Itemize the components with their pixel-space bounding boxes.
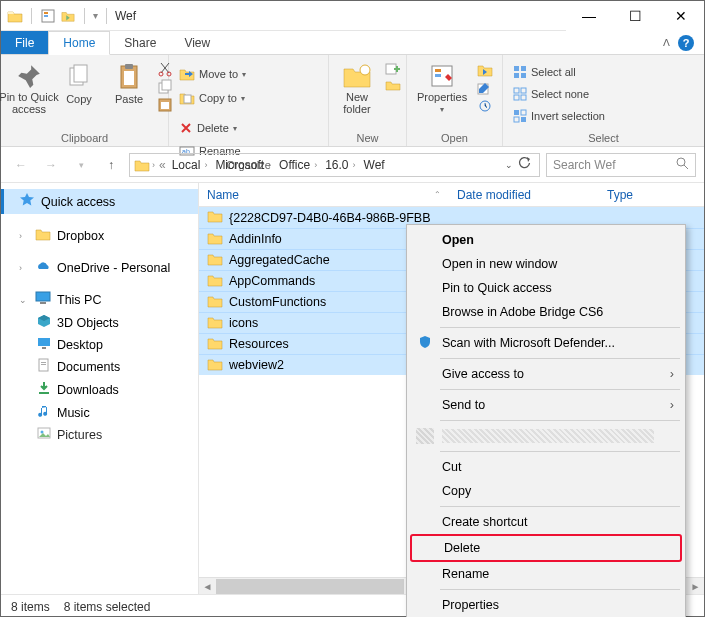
tab-file[interactable]: File	[1, 31, 48, 54]
nav-3d[interactable]: 3D Objects	[1, 311, 198, 334]
address-bar[interactable]: › « Local› Microsoft› Office› 16.0› Wef …	[129, 153, 540, 177]
nav-onedrive[interactable]: › OneDrive - Personal	[1, 257, 198, 278]
ctx-bridge[interactable]: Browse in Adobe Bridge CS6	[410, 300, 682, 324]
svg-rect-44	[39, 392, 49, 394]
svg-rect-37	[36, 292, 50, 301]
delete-label: Delete	[197, 122, 229, 134]
move-to-label: Move to	[199, 68, 238, 80]
folder-icon	[207, 357, 223, 374]
group-clipboard-label: Clipboard	[7, 132, 162, 146]
ctx-shortcut[interactable]: Create shortcut	[410, 510, 682, 534]
nav-quick-access[interactable]: Quick access	[1, 189, 198, 214]
qat-properties-icon[interactable]	[40, 8, 56, 24]
ctx-open[interactable]: Open	[410, 228, 682, 252]
group-open-label: Open	[413, 132, 496, 146]
col-date[interactable]: Date modified	[449, 188, 599, 202]
folder-icon	[207, 336, 223, 353]
crumb-wef[interactable]: Wef	[360, 158, 389, 172]
ribbon-tabs: File Home Share View ᐱ ?	[1, 31, 704, 55]
address-dropdown-icon[interactable]: ⌄	[505, 160, 513, 170]
ctx-separator	[440, 506, 680, 507]
close-button[interactable]: ✕	[658, 1, 704, 31]
maximize-button[interactable]: ☐	[612, 1, 658, 31]
crumb-microsoft[interactable]: Microsoft›	[211, 158, 275, 172]
nav-desktop[interactable]: Desktop	[1, 334, 198, 355]
nav-documents[interactable]: Documents	[1, 355, 198, 378]
tab-home[interactable]: Home	[48, 31, 110, 55]
ctx-redacted[interactable]	[410, 424, 682, 448]
paste-button[interactable]: Paste	[107, 59, 151, 105]
forward-button[interactable]: →	[39, 153, 63, 177]
redacted-label	[442, 429, 654, 443]
move-to-button[interactable]: Move to ▾	[175, 65, 250, 83]
nav-pane: Quick access › Dropbox › OneDrive - Pers…	[1, 183, 199, 594]
qat-dropdown-icon[interactable]: ▾	[93, 10, 98, 21]
nav-thispc[interactable]: ⌄ This PC	[1, 288, 198, 311]
expand-icon[interactable]: ⌄	[19, 295, 29, 305]
ctx-copy[interactable]: Copy	[410, 479, 682, 503]
shield-icon	[416, 335, 434, 352]
select-all-button[interactable]: Select all	[509, 63, 609, 81]
ctx-cut[interactable]: Cut	[410, 455, 682, 479]
qat-open-icon[interactable]	[60, 8, 76, 24]
select-none-button[interactable]: Select none	[509, 85, 609, 103]
svg-rect-34	[514, 117, 519, 122]
col-type[interactable]: Type	[599, 188, 641, 202]
chevron-down-icon: ▾	[241, 94, 245, 103]
ctx-rename[interactable]: Rename	[410, 562, 682, 586]
crumb-office[interactable]: Office›	[275, 158, 321, 172]
folder-icon	[207, 294, 223, 311]
paste-label: Paste	[115, 93, 143, 105]
nav-music[interactable]: Music	[1, 401, 198, 424]
refresh-button[interactable]	[517, 156, 531, 173]
music-icon	[37, 404, 51, 421]
svg-rect-4	[74, 65, 87, 82]
open-icon[interactable]	[477, 63, 493, 77]
col-name[interactable]: Name⌃	[199, 188, 449, 202]
nav-pictures[interactable]: Pictures	[1, 424, 198, 445]
copy-to-button[interactable]: Copy to ▾	[175, 89, 250, 107]
crumb-16[interactable]: 16.0›	[321, 158, 359, 172]
properties-icon	[429, 63, 455, 89]
new-item-icon[interactable]	[385, 63, 401, 75]
help-icon[interactable]: ?	[678, 35, 694, 51]
nav-onedrive-label: OneDrive - Personal	[57, 261, 170, 275]
column-headers: Name⌃ Date modified Type	[199, 183, 704, 207]
ctx-give-access[interactable]: Give access to›	[410, 362, 682, 386]
copy-button[interactable]: Copy	[57, 59, 101, 105]
recent-dropdown[interactable]: ▾	[69, 153, 93, 177]
new-folder-button[interactable]: New folder	[335, 59, 379, 115]
ctx-pin[interactable]: Pin to Quick access	[410, 276, 682, 300]
edit-icon[interactable]	[477, 81, 493, 95]
pin-quick-access-button[interactable]: Pin to Quick access	[7, 59, 51, 115]
easy-access-icon[interactable]	[385, 79, 401, 91]
nav-dropbox[interactable]: › Dropbox	[1, 224, 198, 247]
svg-rect-13	[161, 102, 169, 109]
tab-view[interactable]: View	[170, 31, 224, 54]
search-input[interactable]: Search Wef	[546, 153, 696, 177]
ctx-defender[interactable]: Scan with Microsoft Defender...	[410, 331, 682, 355]
nav-downloads[interactable]: Downloads	[1, 378, 198, 401]
ctx-properties[interactable]: Properties	[410, 593, 682, 617]
context-menu: Open Open in new window Pin to Quick acc…	[406, 224, 686, 617]
nav-pictures-label: Pictures	[57, 428, 102, 442]
delete-button[interactable]: Delete ▾	[175, 119, 245, 137]
ctx-send-to[interactable]: Send to›	[410, 393, 682, 417]
collapse-ribbon-icon[interactable]: ᐱ	[663, 37, 670, 48]
expand-icon[interactable]: ›	[19, 263, 29, 273]
history-icon[interactable]	[477, 99, 493, 113]
invert-selection-button[interactable]: Invert selection	[509, 107, 609, 125]
crumb-local[interactable]: Local›	[168, 158, 212, 172]
svg-rect-2	[44, 15, 48, 17]
minimize-button[interactable]: —	[566, 1, 612, 31]
expand-icon[interactable]: ›	[19, 231, 29, 241]
properties-button[interactable]: Properties ▾	[413, 59, 471, 114]
back-button[interactable]: ←	[9, 153, 33, 177]
ctx-open-new[interactable]: Open in new window	[410, 252, 682, 276]
copy-icon	[67, 63, 91, 91]
chevron-down-icon: ▾	[233, 124, 237, 133]
tab-share[interactable]: Share	[110, 31, 170, 54]
ctx-delete[interactable]: Delete	[410, 534, 682, 562]
svg-rect-1	[44, 12, 48, 14]
up-button[interactable]: ↑	[99, 153, 123, 177]
